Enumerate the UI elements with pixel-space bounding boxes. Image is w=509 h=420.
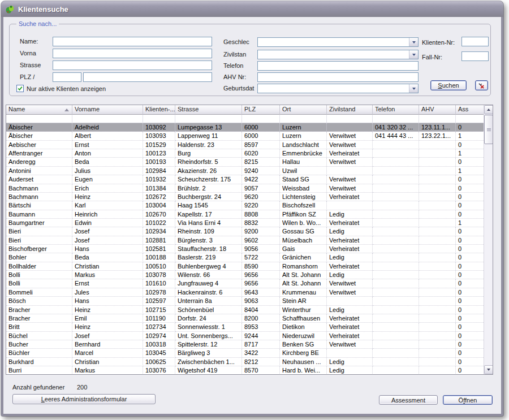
cell: Verheiratet (327, 236, 373, 245)
leeres-administrationsformular-button[interactable]: Leeres Administrationsformular (12, 394, 156, 404)
filter-cell[interactable] (327, 115, 373, 123)
name-input[interactable] (53, 37, 212, 46)
chevron-down-icon[interactable] (409, 38, 418, 46)
vorname-input[interactable] (53, 49, 212, 58)
klienten-nr-input[interactable] (461, 37, 489, 46)
scrollbar-thumb[interactable] (484, 115, 493, 144)
clear-search-button[interactable] (475, 80, 488, 90)
table-row[interactable]: BrittHeinz102734Sonnenwiesstr. 18953Diet… (6, 323, 493, 331)
filter-cell[interactable] (175, 115, 242, 123)
table-row[interactable]: AntoniniJulius102984Akazienstr. 269240Uz… (6, 167, 493, 175)
filter-cell[interactable] (72, 115, 143, 123)
zivilstand-combobox[interactable] (257, 50, 419, 59)
filter-cell[interactable] (242, 115, 280, 123)
table-row[interactable]: BüchlerMarcel103045Bärgliweg 33422Kirchb… (6, 349, 493, 357)
column-header-vorname[interactable]: Vorname (72, 105, 143, 115)
cell (419, 158, 456, 166)
cell: 8832 (242, 219, 280, 227)
cell: Müselbach (280, 236, 327, 245)
table-row[interactable]: BaumgartnerEdwin101022Via Hans Erni 4883… (6, 219, 493, 227)
filter-cell[interactable] (373, 115, 419, 123)
table-row[interactable]: BaumannHeinrich102670Kapellstr. 178808Pf… (6, 210, 493, 219)
table-row[interactable]: AebischerErnst101529Haldenstr. 238597Lan… (6, 141, 493, 149)
table-row[interactable]: BieriJosef102934Rheinstr. 1099200Gossau … (6, 227, 493, 236)
cell: Bieri (6, 236, 72, 245)
table-row[interactable]: BollhalderChristian100510Buhlenbergweg 4… (6, 262, 493, 271)
table-row[interactable]: BolliErnst101610Jungfrauweg 49656Alt St.… (6, 279, 493, 288)
cell: 102881 (143, 236, 175, 245)
cell: 8808 (242, 210, 280, 219)
table-row[interactable]: BucherBernhard100318Spittelerstr. 128717… (6, 340, 493, 349)
cell: 041 444 43 ... (373, 132, 419, 140)
suchen-button[interactable]: Suchen (430, 80, 467, 90)
cell: 102978 (143, 288, 175, 297)
strasse-input[interactable] (53, 60, 212, 70)
column-header-klienten[interactable]: Klienten-... (143, 105, 175, 115)
table-row[interactable]: BracherEmil101190Dorfstr. 248200Schaffha… (6, 314, 493, 323)
results-table: NameVornameKlienten-...StrassePLZOrtZivi… (6, 105, 493, 375)
cell: Jules (72, 288, 143, 297)
table-row[interactable]: AudersetEugen101932Scheuchzerstr. 175942… (6, 175, 493, 184)
table-row[interactable]: BracherHeinz102715Schönenbüel8404Wintert… (6, 306, 493, 314)
assessment-button[interactable]: Assessment (379, 395, 438, 405)
plz-input[interactable] (53, 72, 81, 82)
column-header-ass[interactable]: Ass (456, 105, 485, 115)
cell (419, 149, 456, 158)
column-header-ahv[interactable]: AHV (419, 105, 456, 115)
ort-input[interactable] (83, 72, 212, 82)
ahv-input[interactable] (257, 72, 419, 82)
cell: Haag 1545 (175, 201, 242, 210)
table-row[interactable]: BachmannHeinz102672Buchbergstr. 249620Li… (6, 193, 493, 201)
cell: Verwitwet (327, 175, 373, 184)
active-only-checkbox[interactable] (16, 85, 24, 92)
filter-cell[interactable] (456, 115, 485, 123)
chevron-down-icon[interactable] (409, 50, 418, 59)
table-row[interactable]: ÄbischerAlbert103093Lappenweg 116000Luze… (6, 132, 493, 140)
table-row[interactable]: BischofbergerHans102581Stauffacherstr. 1… (6, 245, 493, 253)
vertical-scrollbar[interactable] (484, 105, 493, 374)
oeffnen-button[interactable]: Öffnen (443, 395, 493, 405)
cell: Bachmann (6, 184, 72, 193)
column-header-ort[interactable]: Ort (280, 105, 327, 115)
cell: 0 (456, 210, 485, 219)
table-row[interactable]: BachmannErich101384Brühlstr. 29057Weissb… (6, 184, 493, 193)
table-row[interactable]: BohlerBeda100188Baslerstr. 2195722Gränic… (6, 253, 493, 262)
cell: 101190 (143, 314, 175, 323)
cell (419, 349, 456, 357)
cell: Bachmann (6, 193, 72, 201)
filter-cell[interactable] (280, 115, 327, 123)
cell: 0 (456, 158, 485, 166)
table-row[interactable]: AndereggBeda100193Rheindorfstr. 58215Hal… (6, 158, 493, 166)
column-header-zivilstand[interactable]: Zivilstand (327, 105, 373, 115)
geburtsdatum-combobox[interactable] (257, 84, 419, 93)
column-header-telefon[interactable]: Telefon (373, 105, 419, 115)
table-row[interactable]: ÄbischerAdelheid103092Lumpegasse 136000L… (6, 123, 493, 132)
fall-nr-input[interactable] (461, 51, 489, 61)
cell: 102734 (143, 323, 175, 331)
cell: 100625 (143, 358, 175, 366)
table-row[interactable]: BieriJosef102881Bürglenstr. 39602Müselba… (6, 236, 493, 245)
table-row[interactable]: BüchelJosef102974Unt. Sonnenbergs...9244… (6, 332, 493, 340)
cell: 123.11.1... (419, 123, 456, 132)
titlebar[interactable]: Klientensuche (1, 1, 503, 17)
column-header-strasse[interactable]: Strasse (175, 105, 242, 115)
filter-cell[interactable] (6, 115, 72, 123)
scroll-up-button[interactable] (484, 105, 493, 114)
cell (373, 332, 419, 340)
telefon-input[interactable] (257, 61, 419, 71)
table-row[interactable]: BurkhardChristian100625Zwischenbächen 1.… (6, 358, 493, 366)
chevron-down-icon[interactable] (409, 84, 418, 93)
table-row[interactable]: BommeliJules102978Hackenrainstr. 69643Kr… (6, 288, 493, 297)
geschlecht-combobox[interactable] (257, 37, 419, 47)
scroll-down-button[interactable] (484, 365, 493, 374)
cell: Akazienstr. 26 (175, 167, 242, 175)
table-row[interactable]: BurriMarkus103076Wigetshof 4198570Hard b… (6, 366, 493, 375)
filter-cell[interactable] (419, 115, 456, 123)
filter-cell[interactable] (143, 115, 175, 123)
column-header-plz[interactable]: PLZ (242, 105, 280, 115)
column-header-name[interactable]: Name (6, 105, 72, 115)
table-row[interactable]: AffentrangerAnton100123Burg6020Emmenbrüc… (6, 149, 493, 158)
table-row[interactable]: BärtschiKarl103004Haag 15459220Bischofsz… (6, 201, 493, 210)
table-row[interactable]: BöschHans102597Unterrain 8a9063Stein AR0 (6, 297, 493, 305)
table-row[interactable]: BolliMarkus103078Wilenstr. 669656Alt St.… (6, 271, 493, 279)
